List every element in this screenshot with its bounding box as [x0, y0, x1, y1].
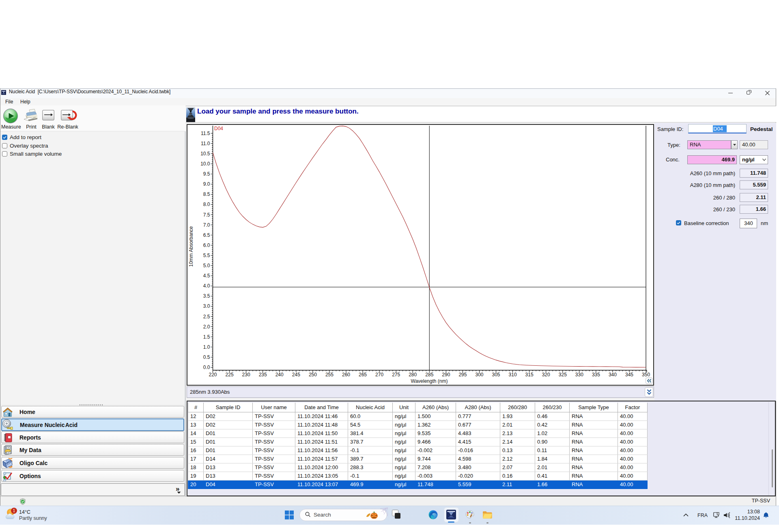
svg-text:225: 225 — [226, 372, 234, 378]
svg-text:4.0: 4.0 — [203, 283, 210, 289]
svg-text:10mm Absorbance: 10mm Absorbance — [188, 226, 194, 267]
svg-text:11.0: 11.0 — [201, 141, 210, 146]
svg-text:0.0: 0.0 — [203, 365, 210, 370]
svg-text:310: 310 — [509, 372, 517, 378]
svg-text:2.5: 2.5 — [203, 314, 210, 320]
svg-text:6.5: 6.5 — [203, 232, 210, 238]
svg-text:3.5: 3.5 — [203, 293, 210, 299]
svg-text:5.0: 5.0 — [203, 263, 210, 268]
svg-text:285: 285 — [425, 372, 433, 378]
svg-text:320: 320 — [542, 372, 550, 378]
svg-text:295: 295 — [458, 372, 467, 378]
svg-text:9.0: 9.0 — [203, 181, 210, 187]
svg-text:5.5: 5.5 — [203, 253, 210, 258]
svg-text:11.5: 11.5 — [201, 131, 210, 136]
svg-text:340: 340 — [609, 372, 617, 378]
svg-text:1.5: 1.5 — [203, 334, 210, 340]
svg-text:8.5: 8.5 — [203, 191, 210, 197]
svg-text:255: 255 — [325, 372, 334, 378]
svg-text:270: 270 — [375, 372, 383, 378]
svg-text:10.5: 10.5 — [200, 151, 210, 157]
svg-text:4.5: 4.5 — [203, 273, 210, 279]
svg-text:1.0: 1.0 — [203, 344, 210, 350]
svg-text:2.0: 2.0 — [203, 324, 210, 330]
svg-text:7.5: 7.5 — [203, 212, 210, 218]
svg-text:9.5: 9.5 — [203, 171, 210, 177]
svg-text:305: 305 — [492, 372, 500, 378]
svg-text:330: 330 — [575, 372, 583, 378]
svg-text:3.0: 3.0 — [203, 303, 210, 309]
svg-text:8.0: 8.0 — [203, 202, 210, 207]
svg-text:345: 345 — [625, 372, 633, 378]
svg-text:235: 235 — [259, 372, 267, 378]
svg-text:280: 280 — [409, 372, 417, 378]
svg-text:315: 315 — [525, 372, 534, 378]
svg-text:300: 300 — [475, 372, 483, 378]
svg-text:D04: D04 — [214, 126, 223, 131]
svg-text:275: 275 — [392, 372, 400, 378]
svg-text:245: 245 — [292, 372, 300, 378]
svg-text:335: 335 — [592, 372, 600, 378]
svg-text:250: 250 — [309, 372, 317, 378]
svg-text:265: 265 — [359, 372, 367, 378]
svg-text:240: 240 — [275, 372, 284, 378]
svg-text:7.0: 7.0 — [203, 222, 210, 228]
svg-text:10.0: 10.0 — [200, 161, 210, 167]
svg-text:220: 220 — [209, 372, 217, 378]
svg-text:Wavelength (nm): Wavelength (nm) — [411, 378, 448, 384]
svg-text:325: 325 — [559, 372, 567, 378]
svg-text:290: 290 — [442, 372, 450, 378]
svg-text:0.5: 0.5 — [203, 354, 210, 360]
svg-text:260: 260 — [342, 372, 350, 378]
svg-text:6.0: 6.0 — [203, 242, 210, 248]
svg-text:350: 350 — [642, 372, 650, 378]
svg-text:230: 230 — [242, 372, 250, 378]
